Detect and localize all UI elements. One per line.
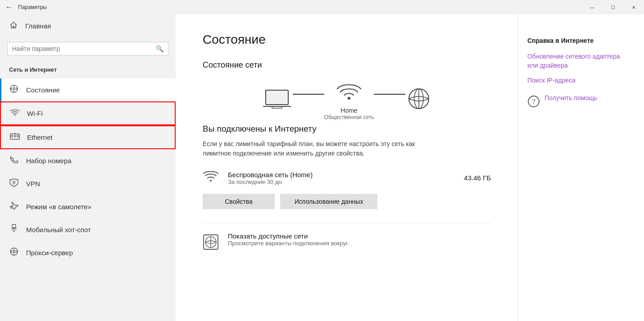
wireless-name: Беспроводная сеть (Home) — [228, 171, 455, 179]
svg-rect-4 — [11, 135, 13, 137]
airplane-icon — [9, 201, 19, 212]
svg-point-10 — [14, 231, 14, 232]
net-line-2 — [374, 94, 405, 95]
properties-button[interactable]: Свойства — [203, 194, 275, 209]
buttons-row: Свойства Использование данных — [203, 194, 491, 209]
available-networks-icon — [203, 234, 219, 253]
sidebar: Главная 🔍 Сеть и Интернет Состояние — [0, 14, 176, 321]
sidebar-wifi-label: Wi-Fi — [27, 110, 43, 117]
network-card-info: Беспроводная сеть (Home) За последние 30… — [228, 171, 455, 185]
help-link[interactable]: Получить помощь — [544, 94, 597, 101]
sidebar-home-label: Главная — [25, 22, 51, 30]
proxy-icon — [9, 247, 19, 258]
wireless-data: 43.46 ГБ — [464, 174, 491, 182]
titlebar-controls: — ☐ ✕ — [582, 0, 644, 14]
sidebar-dialup-label: Набор номера — [26, 157, 72, 165]
svg-point-19 — [348, 97, 350, 100]
back-icon[interactable]: ← — [5, 3, 13, 11]
close-button[interactable]: ✕ — [623, 0, 644, 14]
sidebar-item-proxy[interactable]: Прокси-сервер — [0, 241, 176, 264]
svg-rect-16 — [266, 90, 288, 105]
hotspot-icon — [9, 224, 19, 235]
svg-rect-3 — [10, 134, 19, 139]
wireless-card-icon — [203, 169, 219, 187]
svg-text:?: ? — [532, 98, 535, 105]
svg-rect-11 — [12, 225, 16, 228]
sidebar-item-vpn[interactable]: VPN — [0, 172, 176, 195]
titlebar-left: ← Параметры — [5, 3, 47, 11]
svg-rect-18 — [272, 106, 282, 108]
svg-point-8 — [13, 181, 15, 183]
wireless-sub: За последние 30 дн. — [228, 179, 455, 185]
app-body: Главная 🔍 Сеть и Интернет Состояние — [0, 14, 644, 321]
right-link-adapter[interactable]: Обновление сетевого адаптера или драйвер… — [527, 52, 630, 70]
sidebar-ethernet-label: Ethernet — [27, 133, 53, 141]
ethernet-icon — [10, 132, 20, 142]
connected-desc: Если у вас лимитный тарифный план, вы мо… — [203, 139, 437, 158]
available-networks-section: Показать доступные сети Просмотрите вари… — [203, 223, 491, 253]
net-line-1 — [293, 94, 324, 95]
help-section: ? Получить помощь — [527, 94, 630, 110]
router-icon — [336, 81, 363, 103]
network-diagram: Home Общественная сеть — [203, 81, 491, 120]
vpn-icon — [9, 178, 19, 189]
svg-rect-5 — [14, 135, 16, 137]
sidebar-status-label: Состояние — [26, 86, 60, 94]
connected-text: Вы подключены к Интернету — [203, 124, 491, 134]
sidebar-item-dialup[interactable]: Набор номера — [0, 149, 176, 172]
search-box: 🔍 — [7, 42, 168, 55]
sidebar-item-status[interactable]: Состояние — [0, 78, 176, 101]
search-icon: 🔍 — [156, 45, 163, 52]
page-title: Состояние — [203, 32, 491, 47]
titlebar: ← Параметры — ☐ ✕ — [0, 0, 644, 14]
sidebar-item-home[interactable]: Главная — [0, 14, 176, 37]
laptop-icon-container — [261, 87, 293, 114]
svg-point-2 — [14, 115, 15, 116]
globe-icon-container — [405, 87, 432, 114]
globe-icon — [405, 87, 432, 110]
network-status-title: Состояние сети — [203, 60, 491, 70]
sidebar-proxy-label: Прокси-сервер — [26, 249, 73, 257]
wifi-icon — [10, 108, 20, 119]
svg-point-23 — [210, 180, 212, 182]
home-icon — [9, 21, 18, 31]
status-icon — [9, 84, 19, 96]
help-icon: ? — [527, 95, 540, 110]
minimize-button[interactable]: — — [582, 0, 603, 14]
available-sub: Просмотрите варианты подключения вокруг. — [228, 240, 349, 247]
available-title: Показать доступные сети — [228, 232, 349, 240]
svg-rect-6 — [17, 135, 18, 137]
dialup-icon — [9, 155, 19, 166]
sidebar-item-hotspot[interactable]: Мобильный хот-спот — [0, 218, 176, 241]
data-usage-button[interactable]: Использование данных — [280, 194, 377, 209]
sidebar-vpn-label: VPN — [26, 180, 40, 188]
network-label-home: Home Общественная сеть — [324, 107, 374, 120]
right-link-ip[interactable]: Поиск IP-адреса — [527, 76, 630, 85]
sidebar-airplane-label: Режим «в самолете» — [26, 203, 91, 211]
sidebar-hotspot-label: Мобильный хот-спот — [26, 226, 91, 234]
network-card: Беспроводная сеть (Home) За последние 30… — [203, 169, 491, 187]
sidebar-item-wifi[interactable]: Wi-Fi — [0, 101, 176, 125]
sidebar-item-airplane[interactable]: Режим «в самолете» — [0, 195, 176, 218]
main-content: Состояние Состояние сети — [176, 14, 518, 321]
right-panel: Справка в Интернете Обновление сетевого … — [518, 14, 644, 321]
titlebar-title: Параметры — [18, 4, 47, 10]
sidebar-section-title: Сеть и Интернет — [0, 63, 176, 78]
available-info: Показать доступные сети Просмотрите вари… — [228, 232, 349, 247]
search-input[interactable] — [12, 45, 156, 52]
maximize-button[interactable]: ☐ — [603, 0, 623, 14]
sidebar-item-ethernet[interactable]: Ethernet — [0, 125, 176, 149]
router-icon-container: Home Общественная сеть — [324, 81, 374, 120]
laptop-icon — [261, 87, 293, 110]
right-panel-title: Справка в Интернете — [527, 37, 630, 44]
